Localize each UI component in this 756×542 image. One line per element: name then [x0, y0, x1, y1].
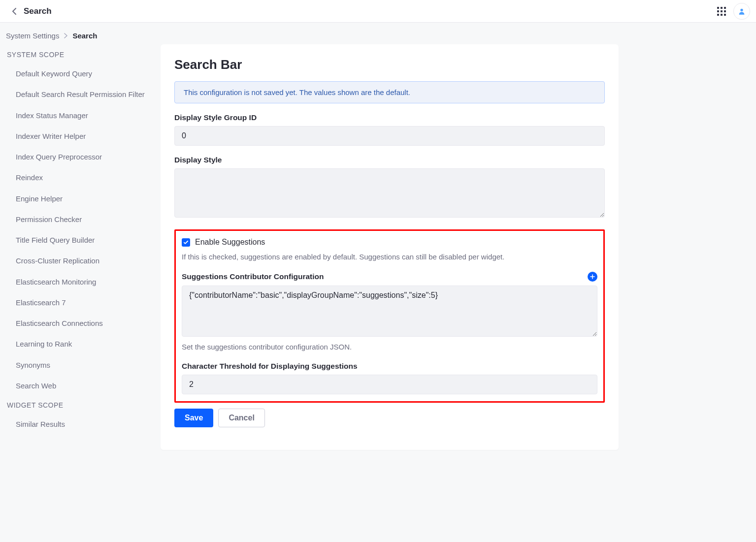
display-style-group-id-input[interactable] — [174, 126, 605, 146]
field-display-style: Display Style — [174, 156, 605, 220]
sidebar-item[interactable]: Learning to Rank — [6, 334, 155, 354]
topbar-title: Search — [24, 6, 52, 16]
alert-info: This configuration is not saved yet. The… — [174, 81, 605, 103]
char-threshold-input[interactable] — [182, 375, 597, 394]
check-icon — [183, 240, 189, 245]
field-label: Display Style Group ID — [174, 113, 605, 122]
enable-suggestions-label: Enable Suggestions — [195, 238, 265, 247]
sidebar-group-header: SYSTEM SCOPE — [6, 51, 155, 59]
sidebar-item[interactable]: Default Search Result Permission Filter — [6, 84, 155, 105]
field-label: Suggestions Contributor Configuration — [182, 272, 324, 281]
svg-rect-1 — [721, 7, 723, 9]
svg-rect-4 — [721, 10, 723, 12]
sidebar-item[interactable]: Similar Results — [6, 414, 155, 435]
svg-rect-5 — [724, 10, 726, 12]
display-style-textarea[interactable] — [174, 168, 605, 218]
add-contributor-button[interactable] — [588, 272, 597, 282]
save-button[interactable]: Save — [174, 409, 213, 427]
sidebar-item[interactable]: Reindex — [6, 167, 155, 188]
sidebar-item[interactable]: Index Status Manager — [6, 105, 155, 126]
suggestions-contributor-help: Set the suggestions contributor configur… — [182, 343, 597, 351]
chevron-left-icon — [12, 8, 17, 15]
sidebar-item[interactable]: Elasticsearch Monitoring — [6, 272, 155, 292]
enable-suggestions-checkbox[interactable] — [182, 238, 190, 247]
back-button[interactable] — [9, 6, 20, 17]
breadcrumb: System Settings Search — [6, 32, 155, 40]
field-label: Character Threshold for Displaying Sugge… — [182, 362, 597, 371]
svg-rect-2 — [724, 7, 726, 9]
topbar: Search — [0, 0, 756, 23]
enable-suggestions-row: Enable Suggestions — [182, 238, 597, 247]
sidebar-item[interactable]: Title Field Query Builder — [6, 230, 155, 251]
sidebar-item[interactable]: Search Web — [6, 376, 155, 396]
svg-rect-7 — [721, 14, 723, 16]
field-label: Display Style — [174, 156, 605, 164]
chevron-right-icon — [64, 32, 67, 40]
svg-rect-3 — [717, 10, 719, 12]
sidebar-item[interactable]: Elasticsearch Connections — [6, 313, 155, 334]
config-card: Search Bar This configuration is not sav… — [161, 44, 619, 450]
enable-suggestions-help: If this is checked, suggestions are enab… — [182, 253, 597, 261]
user-icon — [738, 7, 746, 15]
field-display-style-group-id: Display Style Group ID — [174, 113, 605, 146]
sidebar-item[interactable]: Default Keyword Query — [6, 64, 155, 84]
apps-grid-icon — [717, 7, 726, 16]
sidebar-item[interactable]: Permission Checker — [6, 209, 155, 230]
suggestions-contributor-textarea[interactable] — [182, 286, 597, 337]
highlighted-section: Enable Suggestions If this is checked, s… — [174, 229, 605, 403]
svg-rect-8 — [724, 14, 726, 16]
sidebar-item[interactable]: Synonyms — [6, 355, 155, 376]
apps-button[interactable] — [715, 4, 728, 18]
user-avatar[interactable] — [733, 3, 750, 20]
sidebar-item[interactable]: Cross-Cluster Replication — [6, 251, 155, 271]
svg-rect-6 — [717, 14, 719, 16]
svg-point-9 — [740, 8, 743, 11]
cancel-button[interactable]: Cancel — [218, 409, 264, 427]
breadcrumb-root[interactable]: System Settings — [6, 32, 59, 40]
sidebar-group-header: WIDGET SCOPE — [6, 401, 155, 409]
plus-icon — [590, 274, 595, 279]
sidebar-item[interactable]: Indexer Writer Helper — [6, 126, 155, 147]
svg-rect-0 — [717, 7, 719, 9]
sidebar-item[interactable]: Elasticsearch 7 — [6, 292, 155, 313]
breadcrumb-current: Search — [72, 32, 97, 40]
main: Search Bar This configuration is not sav… — [161, 23, 756, 542]
page-heading: Search Bar — [174, 57, 605, 72]
sidebar: System Settings Search SYSTEM SCOPE Defa… — [0, 23, 161, 542]
button-row: Save Cancel — [174, 409, 605, 427]
sidebar-item[interactable]: Engine Helper — [6, 189, 155, 209]
sidebar-item[interactable]: Index Query Preprocessor — [6, 147, 155, 167]
